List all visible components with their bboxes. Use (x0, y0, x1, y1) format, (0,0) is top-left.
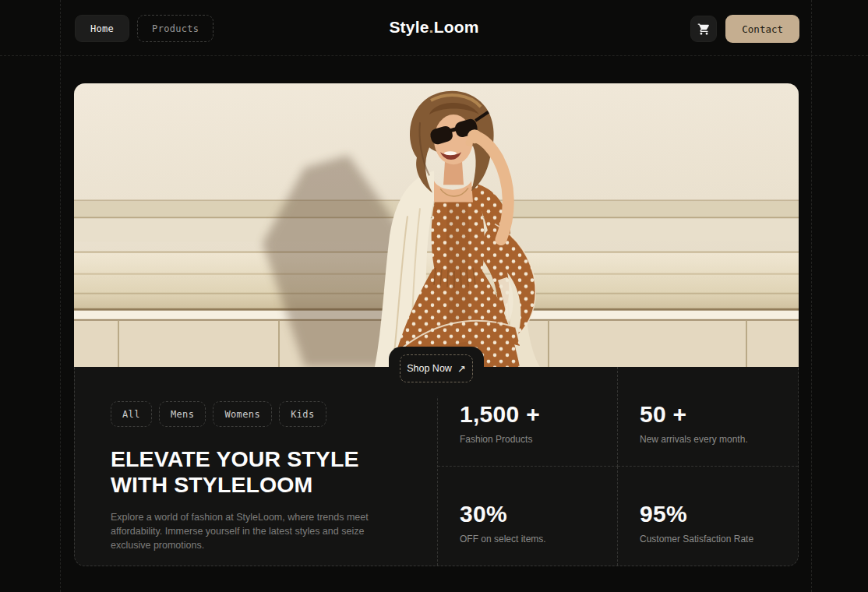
nav-home-button[interactable]: Home (75, 15, 129, 42)
cart-button[interactable] (690, 16, 717, 42)
contact-button[interactable]: Contact (725, 15, 799, 43)
shop-now-button[interactable]: Shop Now ↗ (400, 354, 473, 382)
nav-products-button[interactable]: Products (137, 15, 213, 42)
stat-label: New arrivals every month. (640, 434, 785, 445)
fashion-model-hero-photo (74, 83, 799, 367)
filter-womens-chip[interactable]: Womens (213, 401, 272, 427)
stat-value: 50 + (640, 401, 785, 428)
stat-label: OFF on select items. (460, 534, 605, 544)
nav-left-group: Home Products (75, 15, 213, 42)
stat-satisfaction: 95% Customer Satisfaction Rate (618, 467, 798, 566)
category-filter-group: All Mens Womens Kids (111, 401, 406, 427)
stat-value: 95% (640, 501, 785, 527)
stat-value: 30% (460, 501, 605, 527)
brand-logo: Style.Loom (389, 17, 478, 36)
logo-part-style: Style (389, 17, 429, 35)
stat-label: Fashion Products (460, 434, 605, 445)
stat-discount: 30% OFF on select items. (438, 467, 618, 566)
header-divider (0, 55, 868, 56)
stat-label: Customer Satisfaction Rate (640, 534, 785, 544)
nav-right-group: Contact (690, 15, 799, 43)
arrow-up-right-icon: ↗ (457, 364, 466, 374)
page-title: ELEVATE YOUR STYLE WITH STYLELOOM (111, 446, 406, 498)
filter-mens-chip[interactable]: Mens (159, 401, 206, 427)
stats-grid: 1,500 + Fashion Products 50 + New arriva… (438, 367, 798, 566)
hero-image (74, 83, 799, 367)
hero-showcase-card: Shop Now ↗ All Mens Womens Kids ELEVATE … (74, 83, 799, 566)
showcase-content: All Mens Womens Kids ELEVATE YOUR STYLE … (75, 367, 798, 566)
intro-description: Explore a world of fashion at StyleLoom,… (111, 511, 400, 552)
top-navigation: Home Products Style.Loom Contact (0, 0, 868, 55)
stat-value: 1,500 + (460, 401, 605, 428)
shopping-cart-icon (697, 23, 711, 36)
shop-now-label: Shop Now (407, 363, 452, 374)
layout-guide-right (811, 0, 812, 592)
layout-guide-left (60, 0, 61, 592)
intro-column: All Mens Womens Kids ELEVATE YOUR STYLE … (75, 367, 438, 566)
filter-kids-chip[interactable]: Kids (279, 401, 326, 427)
shop-now-plate: Shop Now ↗ (389, 347, 484, 396)
logo-part-loom: Loom (434, 17, 479, 35)
filter-all-chip[interactable]: All (111, 401, 152, 427)
stat-new-arrivals: 50 + New arrivals every month. (618, 367, 798, 467)
